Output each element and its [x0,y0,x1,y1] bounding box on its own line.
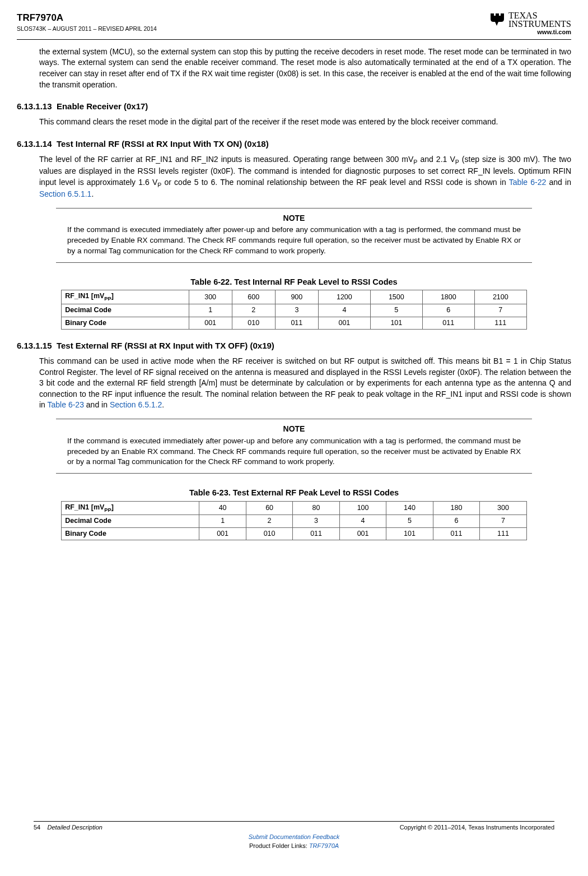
table-6-23: RF_IN1 [mVPP] 406080100140180300 Decimal… [61,501,527,541]
footer-section: Detailed Description [47,824,102,831]
header-right: TEXAS INSTRUMENTS www.ti.com [489,11,571,37]
ti-logo-icon [489,12,506,27]
table-6-23-title: Table 6-23. Test External RF Peak Level … [17,487,571,498]
page-header: TRF7970A SLOS743K – AUGUST 2011 – REVISE… [17,11,571,37]
table-row-header: Binary Code [62,317,189,330]
sec14-body: The level of the RF carrier at RF_IN1 an… [39,154,571,200]
note-block-2: NOTE If the command is executed immediat… [56,419,532,474]
table-row-header: RF_IN1 [mVPP] [62,501,199,515]
header-rule [17,39,571,40]
header-left: TRF7970A SLOS743K – AUGUST 2011 – REVISE… [17,11,157,33]
header-url[interactable]: www.ti.com [489,28,571,36]
product-name: TRF7970A [17,11,157,25]
page-footer: 54 Detailed Description Copyright © 2011… [34,817,554,850]
product-folder-link[interactable]: TRF7970A [309,842,339,849]
intro-paragraph: the external system (MCU), so the extern… [39,47,571,90]
folder-links-label: Product Folder Links: [249,842,309,849]
note-title: NOTE [56,213,532,224]
table-row-header: Decimal Code [62,515,199,528]
table-6-22-title: Table 6-22. Test Internal RF Peak Level … [17,276,571,288]
sec13-body: This command clears the reset mode in th… [39,117,571,128]
logo-text-2: INSTRUMENTS [508,19,571,29]
table-row-header: RF_IN1 [mVPP] [62,290,189,304]
submit-feedback-link[interactable]: Submit Documentation Feedback [249,833,340,840]
note-title: NOTE [56,424,532,435]
section-6-13-1-15-heading: 6.13.1.15 Test External RF (RSSI at RX I… [17,340,571,351]
sec15-body: This command can be used in active mode … [39,356,571,411]
note-body: If the command is executed immediately a… [67,436,521,468]
table-row-header: Decimal Code [62,304,189,317]
section-6-13-1-14-heading: 6.13.1.14 Test Internal RF (RSSI at RX I… [17,138,571,150]
xref-table-6-23[interactable]: Table 6-23 [48,400,84,409]
xref-section-6-5-1-1[interactable]: Section 6.5.1.1 [39,189,91,198]
note-body: If the command is executed immediately a… [67,225,521,257]
table-row-header: Binary Code [62,527,199,540]
table-6-22: RF_IN1 [mVPP] 3006009001200150018002100 … [61,290,527,330]
xref-table-6-22[interactable]: Table 6-22 [509,178,547,187]
footer-copyright: Copyright © 2011–2014, Texas Instruments… [400,823,554,832]
ti-logo: TEXAS INSTRUMENTS [489,11,571,28]
note-block-1: NOTE If the command is executed immediat… [56,208,532,263]
page-number: 54 [34,824,40,831]
doc-number: SLOS743K – AUGUST 2011 – REVISED APRIL 2… [17,25,157,33]
section-6-13-1-13-heading: 6.13.1.13 Enable Receiver (0x17) [17,100,571,112]
xref-section-6-5-1-2[interactable]: Section 6.5.1.2 [110,400,162,409]
